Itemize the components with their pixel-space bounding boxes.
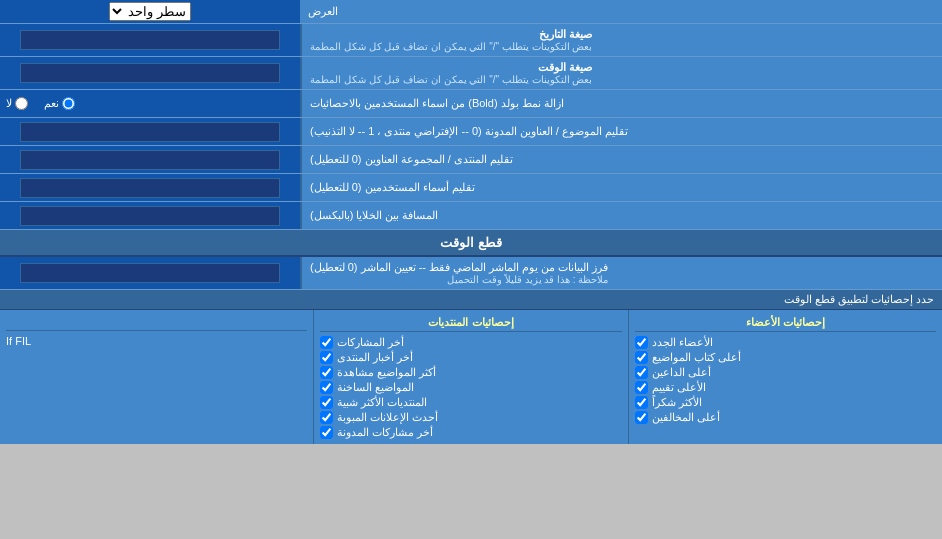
checkboxes-grid: إحصائيات الأعضاء الأعضاء الجدد أعلى كتاب… <box>0 310 942 444</box>
usernames-trim-input-cell: 0 <box>0 174 300 201</box>
date-format-label: صيغة التاريخ بعض التكوينات يتطلب "/" الت… <box>300 24 942 56</box>
forums-col-header: إحصائيات المنتديات <box>320 314 621 332</box>
cutoff-value-label: فرز البيانات من يوم الماشر الماضي فقط --… <box>300 257 942 289</box>
checkbox-item: أعلى الداعين <box>635 365 936 380</box>
cell-spacing-label: المسافة بين الخلايا (بالبكسل) <box>300 202 942 229</box>
date-format-input[interactable]: d-m <box>20 30 280 50</box>
checkbox-col-forums: إحصائيات المنتديات أخر المشاركات أخر أخب… <box>313 310 627 444</box>
most-thanked-checkbox[interactable] <box>635 396 648 409</box>
time-format-label: صيغة الوقت بعض التكوينات يتطلب "/" التي … <box>300 57 942 89</box>
checkbox-item: الأكثر شكراً <box>635 395 936 410</box>
display-row: العرض سطر واحدسطرينثلاثة أسطر <box>0 0 942 24</box>
cell-spacing-input[interactable]: 2 <box>20 206 280 226</box>
main-container: العرض سطر واحدسطرينثلاثة أسطر صيغة التار… <box>0 0 942 444</box>
checkbox-item: أعلى المخالفين <box>635 410 936 425</box>
last-forum-news-checkbox[interactable] <box>320 351 333 364</box>
checkbox-item: أخر المشاركات <box>320 335 621 350</box>
last-posts-checkbox[interactable] <box>320 336 333 349</box>
last-blog-posts-checkbox[interactable] <box>320 426 333 439</box>
most-viewed-topics-checkbox[interactable] <box>320 366 333 379</box>
top-rated-checkbox[interactable] <box>635 381 648 394</box>
date-format-row: صيغة التاريخ بعض التكوينات يتطلب "/" الت… <box>0 24 942 57</box>
display-input-cell: سطر واحدسطرينثلاثة أسطر <box>0 0 300 23</box>
bold-remove-row: ازالة نمط بولد (Bold) من اسماء المستخدمي… <box>0 90 942 118</box>
checkbox-item: المواضيع الساخنة <box>320 380 621 395</box>
usernames-trim-input[interactable]: 0 <box>20 178 280 198</box>
usernames-trim-label: تقليم أسماء المستخدمين (0 للتعطيل) <box>300 174 942 201</box>
checkboxes-section: حدد إحصائيات لتطبيق قطع الوقت إحصائيات ا… <box>0 290 942 444</box>
members-col-header: إحصائيات الأعضاء <box>635 314 936 332</box>
checkboxes-header: حدد إحصائيات لتطبيق قطع الوقت <box>0 290 942 310</box>
bold-no-label[interactable]: لا <box>6 97 28 110</box>
checkbox-item: أكثر المواضيع مشاهدة <box>320 365 621 380</box>
bold-yes-radio[interactable] <box>62 97 75 110</box>
checkbox-col-members: إحصائيات الأعضاء الأعضاء الجدد أعلى كتاب… <box>628 310 942 444</box>
bold-remove-input-cell: نعم لا <box>0 90 300 117</box>
bold-yes-label[interactable]: نعم <box>44 97 75 110</box>
forum-titles-label: تقليم المنتدى / المجموعة العناوين (0 للت… <box>300 146 942 173</box>
top-violators-checkbox[interactable] <box>635 411 648 424</box>
checkbox-item: الأعلى تقييم <box>635 380 936 395</box>
display-label: العرض <box>300 0 942 23</box>
cell-spacing-input-cell: 2 <box>0 202 300 229</box>
checkbox-item: أخر أخبار المنتدى <box>320 350 621 365</box>
checkbox-item: الأعضاء الجدد <box>635 335 936 350</box>
time-format-row: صيغة الوقت بعض التكوينات يتطلب "/" التي … <box>0 57 942 90</box>
cutoff-value-row: فرز البيانات من يوم الماشر الماضي فقط --… <box>0 257 942 290</box>
hot-topics-checkbox[interactable] <box>320 381 333 394</box>
titles-per-page-input-cell: 33 <box>0 118 300 145</box>
forum-titles-input[interactable]: 33 <box>20 150 280 170</box>
checkbox-item: أحدث الإعلانات المبوبة <box>320 410 621 425</box>
cutoff-value-input-cell: 0 <box>0 257 300 289</box>
top-topic-writers-checkbox[interactable] <box>635 351 648 364</box>
checkbox-col-extra: If FIL <box>0 310 313 444</box>
titles-per-page-input[interactable]: 33 <box>20 122 280 142</box>
time-format-input[interactable]: H:i <box>20 63 280 83</box>
titles-per-page-row: تقليم الموضوع / العناوين المدونة (0 -- ا… <box>0 118 942 146</box>
display-select[interactable]: سطر واحدسطرينثلاثة أسطر <box>109 2 191 21</box>
checkbox-item: أخر مشاركات المدونة <box>320 425 621 440</box>
forum-titles-row: تقليم المنتدى / المجموعة العناوين (0 للت… <box>0 146 942 174</box>
cutoff-value-input[interactable]: 0 <box>20 263 280 283</box>
cutoff-section-header: قطع الوقت <box>0 230 942 257</box>
latest-classified-ads-checkbox[interactable] <box>320 411 333 424</box>
titles-per-page-label: تقليم الموضوع / العناوين المدونة (0 -- ا… <box>300 118 942 145</box>
most-popular-forums-checkbox[interactable] <box>320 396 333 409</box>
cell-spacing-row: المسافة بين الخلايا (بالبكسل) 2 <box>0 202 942 230</box>
time-format-input-cell: H:i <box>0 57 300 89</box>
top-inviters-checkbox[interactable] <box>635 366 648 379</box>
date-format-input-cell: d-m <box>0 24 300 56</box>
usernames-trim-row: تقليم أسماء المستخدمين (0 للتعطيل) 0 <box>0 174 942 202</box>
bold-remove-label: ازالة نمط بولد (Bold) من اسماء المستخدمي… <box>300 90 942 117</box>
if-fil-item: If FIL <box>6 334 307 348</box>
forum-titles-input-cell: 33 <box>0 146 300 173</box>
new-members-checkbox[interactable] <box>635 336 648 349</box>
bold-no-radio[interactable] <box>15 97 28 110</box>
checkbox-item: المنتديات الأكثر شبية <box>320 395 621 410</box>
checkbox-item: أعلى كتاب المواضيع <box>635 350 936 365</box>
